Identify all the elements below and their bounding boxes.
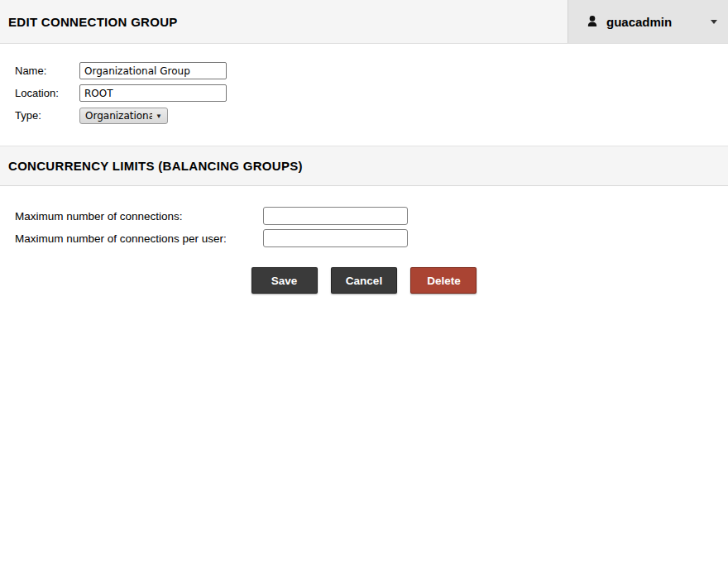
location-label: Location: bbox=[15, 87, 79, 99]
action-buttons: Save Cancel Delete bbox=[0, 267, 728, 294]
max-connections-per-user-input[interactable] bbox=[263, 229, 408, 247]
connection-group-form: Name: Location: Type: Organizational ▼ bbox=[0, 44, 728, 124]
type-label: Type: bbox=[15, 109, 79, 122]
chevron-down-icon bbox=[711, 20, 717, 24]
delete-button[interactable]: Delete bbox=[410, 267, 477, 294]
header-bar: EDIT CONNECTION GROUP guacadmin bbox=[0, 0, 728, 44]
name-label: Name: bbox=[15, 65, 79, 77]
page-title: EDIT CONNECTION GROUP bbox=[0, 0, 568, 43]
name-field-row: Name: bbox=[15, 62, 728, 79]
concurrency-section-title: CONCURRENCY LIMITS (BALANCING GROUPS) bbox=[8, 159, 720, 173]
user-menu-label: guacadmin bbox=[606, 15, 672, 29]
type-field-row: Type: Organizational ▼ bbox=[15, 107, 728, 124]
max-connections-per-user-row: Maximum number of connections per user: bbox=[15, 229, 728, 247]
max-connections-input[interactable] bbox=[263, 207, 408, 225]
user-menu[interactable]: guacadmin bbox=[568, 0, 728, 43]
user-icon bbox=[586, 15, 599, 28]
cancel-button[interactable]: Cancel bbox=[331, 267, 397, 294]
type-select[interactable]: Organizational bbox=[79, 108, 168, 124]
name-input[interactable] bbox=[79, 62, 227, 79]
max-connections-label: Maximum number of connections: bbox=[15, 210, 263, 223]
concurrency-section-header: CONCURRENCY LIMITS (BALANCING GROUPS) bbox=[0, 146, 728, 186]
max-connections-row: Maximum number of connections: bbox=[15, 207, 728, 225]
type-select-wrap: Organizational ▼ bbox=[79, 108, 168, 124]
location-input[interactable] bbox=[79, 84, 227, 102]
max-connections-per-user-label: Maximum number of connections per user: bbox=[15, 232, 263, 245]
location-field-row: Location: bbox=[15, 84, 728, 102]
save-button[interactable]: Save bbox=[251, 267, 318, 294]
concurrency-limits-form: Maximum number of connections: Maximum n… bbox=[0, 186, 728, 247]
